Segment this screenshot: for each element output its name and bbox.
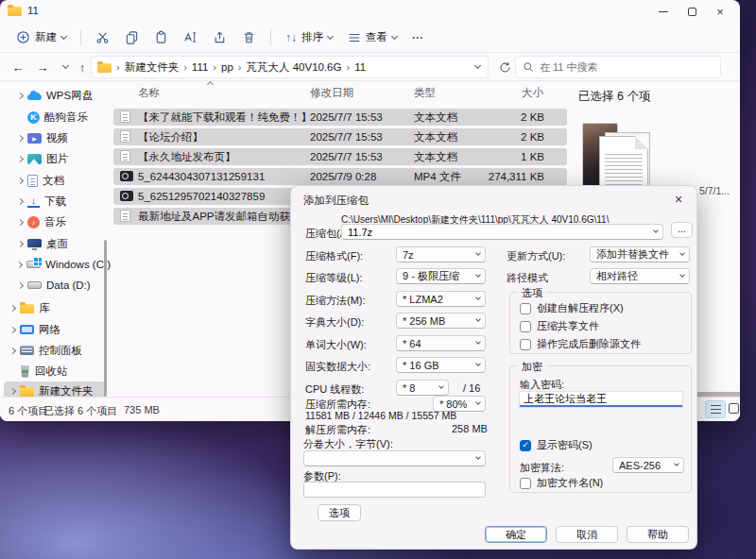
- more-button[interactable]: ···: [405, 26, 430, 49]
- refresh-icon: [499, 61, 511, 74]
- cancel-button[interactable]: 取消: [556, 526, 618, 543]
- browse-button[interactable]: ...: [671, 222, 693, 238]
- chevron-right-icon[interactable]: [16, 197, 23, 204]
- documents-icon: [27, 175, 38, 187]
- minimize-button[interactable]: [649, 0, 678, 23]
- chevron-right-icon[interactable]: [16, 218, 23, 225]
- file-row[interactable]: 【永久地址发布页】 2025/7/7 15:53 文本文档 1 KB: [113, 148, 567, 165]
- column-header-size[interactable]: 大小: [522, 86, 543, 103]
- show-password-checkbox[interactable]: ✓ 显示密码(S): [520, 438, 593, 452]
- archive-name-combo[interactable]: [341, 224, 663, 240]
- shared-files-checkbox[interactable]: 压缩共享文件: [520, 319, 599, 333]
- chevron-down-icon: [61, 62, 68, 69]
- help-button[interactable]: 帮助: [627, 526, 689, 543]
- password-input[interactable]: [520, 392, 682, 407]
- breadcrumb-segment[interactable]: pp: [221, 61, 233, 73]
- sidebar-item-downloads[interactable]: ↓ 下载: [4, 192, 106, 211]
- sidebar-item-control-panel[interactable]: 控制面板: [4, 341, 106, 360]
- sidebar-item-documents[interactable]: 文档: [4, 171, 106, 190]
- delete-after-checkbox[interactable]: 操作完成后删除源文件: [520, 337, 641, 351]
- encrypt-names-checkbox[interactable]: 加密文件名(N): [520, 476, 603, 490]
- forward-button[interactable]: →: [32, 57, 53, 77]
- chevron-right-icon[interactable]: [9, 347, 15, 353]
- file-row[interactable]: 【来了就能下载和观看！纯免费！】 2025/7/7 15:53 文本文档 2 K…: [113, 109, 567, 126]
- maximize-button[interactable]: [678, 0, 706, 23]
- path-mode-combo[interactable]: 相对路径: [590, 268, 690, 284]
- view-button[interactable]: 查看: [341, 25, 404, 49]
- new-button[interactable]: 新建: [9, 25, 73, 49]
- refresh-button[interactable]: [494, 57, 515, 77]
- sidebar-item-libraries[interactable]: 库: [4, 298, 106, 317]
- column-header-name[interactable]: 名称: [138, 86, 160, 103]
- chevron-right-icon[interactable]: [9, 326, 15, 332]
- breadcrumb-segment[interactable]: 芃芃大人 40V10.6G: [246, 60, 341, 75]
- breadcrumb[interactable]: › 新建文件夹 › 111 › pp › 芃芃大人 40V10.6G › 11: [91, 56, 489, 78]
- level-combo[interactable]: 9 - 极限压缩: [396, 268, 486, 284]
- encryption-algo-label: 加密算法:: [520, 461, 564, 475]
- paste-button[interactable]: [147, 25, 175, 49]
- large-icons-view-button[interactable]: [729, 403, 739, 414]
- details-view-icon: [711, 405, 721, 414]
- chevron-right-icon[interactable]: [9, 387, 15, 394]
- cut-button[interactable]: [89, 25, 116, 49]
- explorer-tab[interactable]: 11: [8, 5, 39, 16]
- chevron-right-icon[interactable]: [16, 261, 23, 267]
- update-mode-combo[interactable]: 添加并替换文件: [590, 246, 690, 263]
- sidebar-item-network[interactable]: 网络: [4, 320, 106, 339]
- chevron-right-icon[interactable]: [16, 155, 23, 161]
- ok-button[interactable]: 确定: [485, 526, 547, 543]
- file-row[interactable]: 5_6244304307131259131 2025/7/9 0:28 MP4 …: [113, 168, 567, 185]
- sidebar-scrollbar[interactable]: [104, 240, 107, 397]
- method-combo[interactable]: * LZMA2: [396, 291, 486, 307]
- dictionary-combo[interactable]: * 256 MB: [396, 313, 486, 329]
- parameters-input[interactable]: [303, 482, 486, 498]
- chevron-right-icon[interactable]: [16, 92, 23, 98]
- chevron-right-icon[interactable]: [9, 304, 15, 311]
- sidebar-item-videos[interactable]: ▶ 视频: [4, 128, 106, 147]
- copy-button[interactable]: [118, 25, 146, 49]
- chevron-right-icon[interactable]: [16, 134, 23, 141]
- search-input[interactable]: [540, 61, 700, 73]
- encryption-algo-combo[interactable]: AES-256: [612, 457, 684, 473]
- sidebar-item-data-d[interactable]: Data (D:): [4, 276, 106, 295]
- chevron-right-icon[interactable]: [16, 240, 23, 246]
- up-button[interactable]: ↑: [72, 57, 93, 77]
- share-button[interactable]: [206, 25, 233, 49]
- sidebar-item-pictures[interactable]: 图片: [4, 149, 106, 168]
- format-combo[interactable]: 7z: [396, 246, 486, 263]
- file-row[interactable]: 【论坛介绍】 2025/7/7 15:53 文本文档 2 KB: [113, 128, 567, 145]
- chevron-right-icon[interactable]: [16, 281, 23, 288]
- back-button[interactable]: ←: [8, 57, 28, 77]
- chevron-right-icon[interactable]: [16, 177, 23, 183]
- rename-button[interactable]: [177, 25, 204, 49]
- archive-name-input[interactable]: [348, 227, 648, 238]
- column-header-type[interactable]: 类型: [414, 86, 436, 103]
- dialog-close-button[interactable]: ×: [670, 191, 687, 208]
- videos-icon: ▶: [27, 133, 42, 144]
- options-button[interactable]: 选项: [318, 504, 361, 521]
- close-button[interactable]: ×: [706, 0, 734, 23]
- delete-button[interactable]: [235, 25, 263, 49]
- sidebar-item-kugou[interactable]: K 酷狗音乐: [4, 108, 106, 127]
- details-view-button[interactable]: [705, 400, 726, 418]
- search-box[interactable]: [515, 56, 721, 78]
- column-header-date[interactable]: 修改日期: [310, 86, 353, 103]
- breadcrumb-segment[interactable]: 111: [192, 61, 208, 73]
- cpu-threads-combo[interactable]: * 8: [396, 380, 449, 396]
- sidebar-item-wps[interactable]: WPS网盘: [4, 86, 106, 105]
- sidebar-item-desktop[interactable]: 桌面: [4, 234, 106, 253]
- sfx-checkbox[interactable]: 创建自解压程序(X): [520, 301, 624, 315]
- chevron-down-icon: [475, 361, 481, 366]
- breadcrumb-segment[interactable]: 新建文件夹: [125, 60, 180, 75]
- memory-percent-combo[interactable]: * 80%: [433, 396, 486, 412]
- sort-button[interactable]: ↑↓ 排序: [279, 25, 339, 49]
- breadcrumb-segment[interactable]: 11: [354, 61, 366, 73]
- volume-size-combo[interactable]: [303, 450, 486, 466]
- address-dropdown-icon[interactable]: [474, 62, 481, 69]
- sidebar-item-recycle-bin[interactable]: 回收站: [4, 362, 106, 381]
- solid-block-combo[interactable]: * 16 GB: [396, 357, 486, 373]
- volume-size-label: 分卷大小，字节(V):: [303, 437, 393, 451]
- sidebar-item-music[interactable]: ♪ 音乐: [4, 212, 106, 231]
- sidebar-item-windows-c[interactable]: Windows (C:): [4, 255, 106, 274]
- word-size-combo[interactable]: * 64: [396, 335, 486, 351]
